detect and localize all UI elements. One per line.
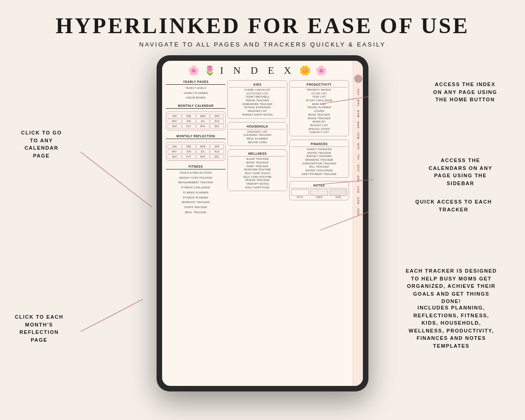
cal-feb[interactable]: FEB: [182, 114, 196, 118]
ref-dec[interactable]: DEC: [210, 154, 224, 159]
item-recipe[interactable]: RECIPE CARD: [229, 141, 286, 145]
item-weight-loss[interactable]: WEIGHT LOSS TRACKER: [166, 176, 226, 180]
ref-nov[interactable]: NOV: [196, 154, 210, 159]
item-gratitude[interactable]: DAILY GRATITUDE: [229, 186, 286, 190]
monthly-ref-title: MONTHLY REFLECTION: [166, 134, 226, 139]
month-dec[interactable]: DEC: [357, 206, 360, 217]
item-30day[interactable]: 30-DAY CHALLENGE: [291, 99, 347, 103]
cal-dec[interactable]: DEC: [210, 124, 224, 128]
item-saving-tracker[interactable]: SAVING TRACKER: [291, 152, 347, 155]
item-bucket[interactable]: BUCKET LIST: [291, 124, 347, 128]
item-habit[interactable]: HABIT TRACKER: [229, 165, 286, 169]
month-jul[interactable]: JUL: [357, 152, 360, 162]
cal-oct[interactable]: OCT: [182, 124, 196, 128]
item-spending[interactable]: SPENDING TRACKER: [291, 158, 347, 162]
item-fitness-challenge[interactable]: FITNESS CHALLENGE: [166, 186, 226, 190]
ref-jul[interactable]: JUL: [196, 149, 210, 154]
cal-aug[interactable]: AUG: [210, 119, 224, 123]
item-bill[interactable]: BILL TRACKER: [291, 165, 347, 169]
item-skincare[interactable]: SKINCARE ROUTINE: [229, 168, 286, 172]
ref-sep[interactable]: SEP: [168, 154, 181, 159]
item-sleep[interactable]: SLEEP TRACKER: [229, 158, 286, 161]
item-school-expenses[interactable]: SCHOOL EXPENSES: [229, 106, 286, 110]
ref-apr[interactable]: APR: [210, 144, 224, 149]
item-special-dates[interactable]: SPECIAL DATES: [291, 128, 347, 131]
item-therapy[interactable]: THERAPY NOTES: [229, 182, 286, 186]
item-movie[interactable]: MOVIE TRACKER: [291, 117, 347, 121]
label-dots: DOTS: [291, 196, 309, 198]
item-mood[interactable]: MOOD TRACKER: [229, 161, 286, 165]
month-nov[interactable]: NOV: [357, 195, 360, 206]
cal-jan[interactable]: JAN: [168, 114, 181, 118]
cal-apr[interactable]: APR: [210, 114, 224, 118]
ref-oct[interactable]: OCT: [182, 154, 196, 159]
ref-jun[interactable]: JUN: [182, 149, 196, 154]
cal-jul[interactable]: JUL: [196, 119, 210, 123]
item-meal-planner[interactable]: MEAL PLANNER: [229, 137, 286, 141]
item-book[interactable]: BOOK TRACKER: [291, 113, 347, 117]
month-sidebar[interactable]: JAN FEB MAR APR MAY JUN JUL AUG SEP OCT …: [353, 61, 363, 386]
month-mar[interactable]: MAR: [357, 108, 360, 119]
month-may[interactable]: MAY: [357, 130, 360, 141]
item-workout-tracker[interactable]: WORKOUT TRACKER: [166, 201, 226, 204]
item-grade[interactable]: GRADE TRACKER: [229, 99, 286, 103]
month-aug[interactable]: AUG: [357, 162, 360, 173]
item-fitness-planner[interactable]: FITNESS PLANNER: [166, 196, 226, 200]
home-button[interactable]: [354, 75, 362, 83]
item-homework[interactable]: HOMEWORK TRACKER: [229, 103, 286, 106]
month-sep[interactable]: SEP: [357, 173, 360, 184]
month-jun[interactable]: JUN: [357, 141, 360, 152]
index-grid: YEARLY PAGES YEARLY GOALS YEARLY PLANNER…: [166, 79, 349, 214]
item-parent-night[interactable]: PARENT NIGHT NOTES: [229, 113, 286, 117]
cal-may[interactable]: MAY: [168, 119, 181, 123]
annotation-includes: INCLUDES PLANNING,REFLECTIONS, FITNESS,K…: [391, 304, 511, 350]
item-saving-challenge[interactable]: SAVING CHALLENGE: [291, 169, 347, 173]
item-timetable[interactable]: TERM TIMETABLE: [229, 95, 286, 99]
item-yearly-planner[interactable]: YEARLY PLANNER: [166, 92, 226, 95]
item-cleaning[interactable]: CLEANING TRACKER: [229, 134, 286, 137]
item-travel[interactable]: TRAVEL PLANNER: [291, 106, 347, 110]
tablet-bezel: JAN FEB MAR APR MAY JUN JUL AUG SEP OCT …: [157, 55, 368, 391]
item-mindmap[interactable]: MIND MAP: [291, 103, 347, 106]
item-steps-tracker[interactable]: STEPS TRACKER: [166, 206, 226, 210]
ref-may[interactable]: MAY: [168, 149, 181, 154]
main-title: HYPERLINKED FOR EASE OF USE: [0, 13, 525, 38]
item-self-care-goals[interactable]: SELF CARE GOALS: [229, 172, 286, 175]
ref-jan[interactable]: JAN: [168, 144, 181, 149]
notes-labels-row: DOTS LINED GRID: [291, 196, 347, 198]
item-contact[interactable]: CONTACT LIST: [291, 131, 347, 134]
cal-nov[interactable]: NOV: [196, 124, 210, 128]
item-todo[interactable]: TO-DO LIST: [291, 92, 347, 96]
month-jan[interactable]: JAN: [357, 87, 360, 97]
item-yearly-goals[interactable]: YEARLY GOALS: [166, 87, 226, 90]
month-oct[interactable]: OCT: [357, 184, 360, 195]
ref-mar[interactable]: MAR: [196, 144, 210, 149]
month-apr[interactable]: APR: [357, 119, 360, 130]
item-yearly-finances[interactable]: YEARLY FINANCES: [291, 148, 347, 152]
item-budget[interactable]: BUDGET TRACKER: [291, 155, 347, 158]
item-chore[interactable]: CHORE CHECKLIST: [229, 88, 286, 92]
cal-jun[interactable]: JUN: [182, 119, 196, 123]
item-grocery[interactable]: GROCERY LIST: [229, 130, 286, 134]
item-logins[interactable]: LOGINS: [291, 110, 347, 113]
item-debt[interactable]: DEBT PAYMENT TRACKER: [291, 173, 347, 176]
cal-mar[interactable]: MAR: [196, 114, 210, 118]
item-reading[interactable]: READING LIST: [229, 110, 286, 113]
item-activities[interactable]: ACTIVITIES LIST: [229, 92, 286, 96]
ref-aug[interactable]: AUG: [210, 149, 224, 154]
item-subscription[interactable]: SUBSCRIPTION TRACKER: [291, 162, 347, 166]
item-meal-tracker[interactable]: MEAL TRACKER: [166, 211, 226, 215]
month-feb[interactable]: FEB: [357, 97, 360, 108]
item-period[interactable]: PERIOD TRACKER: [229, 179, 286, 182]
monthly-cal-title: MONTHLY CALENDAR: [166, 103, 226, 109]
item-measurement[interactable]: MEASUREMENT TRACKER: [166, 181, 226, 185]
item-self-care-routine[interactable]: SELF CARE ROUTINE: [229, 175, 286, 179]
item-task[interactable]: TASK LIST: [291, 95, 347, 99]
ref-feb[interactable]: FEB: [182, 144, 196, 149]
item-12week[interactable]: 12 WEEK PLANNER: [166, 191, 226, 195]
item-vision-board[interactable]: VISION BOARD: [166, 96, 226, 100]
item-wishlist[interactable]: WISHLIST: [291, 120, 347, 124]
item-priority[interactable]: PRIORITY MATRIX: [291, 88, 347, 92]
item-goals-reflections[interactable]: GOALS & REFLECTIONS: [166, 171, 226, 175]
cal-sep[interactable]: SEP: [168, 124, 181, 128]
